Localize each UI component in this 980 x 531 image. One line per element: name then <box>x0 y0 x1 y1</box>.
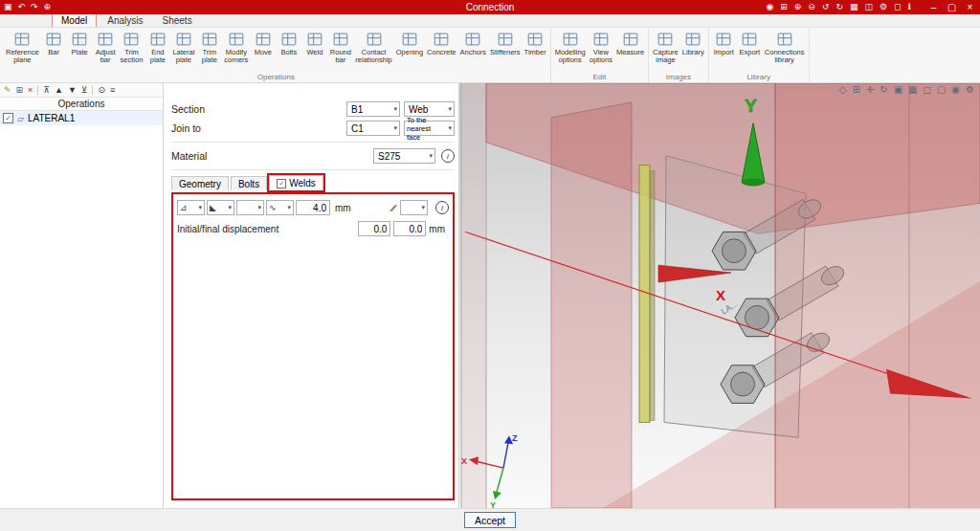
stiffeners-icon <box>496 29 515 49</box>
search-icon[interactable]: ⊙ <box>98 86 105 95</box>
ribbon-item-library[interactable]: Library <box>680 29 706 56</box>
settings-icon[interactable]: ⚙ <box>880 3 887 11</box>
edit-icon[interactable]: ✎ <box>4 86 11 95</box>
ribbon-item-import[interactable]: Import <box>711 29 737 56</box>
move-bottom-icon[interactable]: ⊻ <box>81 86 88 95</box>
ribbon-tab-analysis[interactable]: Analysis <box>99 14 151 27</box>
weld-related-select[interactable]: ▾ <box>400 200 428 215</box>
zoom-icon[interactable]: ⊕ <box>44 3 52 11</box>
layout-icon[interactable]: ◫ <box>865 3 874 11</box>
view-options-icon <box>591 29 611 49</box>
ribbon-item-bar[interactable]: Bar <box>41 29 67 56</box>
ribbon-tab-model[interactable]: Model <box>52 13 97 27</box>
material-select[interactable]: S275 ▾ <box>373 148 435 164</box>
visibility-icon[interactable]: ◉ <box>951 85 960 95</box>
zoom-out-icon[interactable]: ⊖ <box>808 3 815 11</box>
ribbon-item-move[interactable]: Move <box>250 29 276 56</box>
lateral1-checkbox[interactable]: ✓ <box>3 113 13 123</box>
ribbon-item-concrete[interactable]: Concrete <box>425 29 457 56</box>
ribbon-item-trim-plate[interactable]: Trim plate <box>196 29 222 64</box>
secondary-column-member[interactable] <box>461 83 486 508</box>
tab-bolts[interactable]: Bolts <box>231 176 267 190</box>
move-top-icon[interactable]: ⊼ <box>43 86 50 95</box>
undo-icon[interactable]: ↶ <box>18 3 26 11</box>
delete-icon[interactable]: × <box>28 86 33 95</box>
transparent-view-icon[interactable]: ◻ <box>924 85 931 95</box>
ribbon-item-round-bar[interactable]: Round bar <box>327 29 353 64</box>
rotate-right-icon[interactable]: ↻ <box>835 3 843 11</box>
ribbon-group-operations: Reference planeBarPlateAdjust barTrim se… <box>2 28 551 82</box>
ribbon-item-stiffeners[interactable]: Stiffeners <box>488 29 523 56</box>
solid-view-icon[interactable]: ▦ <box>908 85 917 95</box>
ribbon-item-reference-plane[interactable]: Reference plane <box>4 29 41 64</box>
redo-icon[interactable]: ↷ <box>31 3 38 11</box>
ribbon-item-plate[interactable]: Plate <box>67 29 93 56</box>
rotate-view-icon[interactable]: ↻ <box>880 85 887 95</box>
rotate-left-icon[interactable]: ↺ <box>822 3 830 11</box>
3d-viewport[interactable]: X Y LA... X Z Y <box>459 83 980 508</box>
move-down-icon[interactable]: ▼ <box>68 86 77 95</box>
wireframe-view-icon[interactable]: ▢ <box>937 85 946 95</box>
ribbon-item-end-plate[interactable]: End plate <box>145 29 170 64</box>
ribbon-item-anchors[interactable]: Anchors <box>458 29 489 56</box>
move-up-icon[interactable]: ▲ <box>55 86 63 95</box>
save-icon[interactable]: ▣ <box>4 3 12 11</box>
ribbon-item-export[interactable]: Export <box>737 29 763 56</box>
view-settings-icon[interactable]: ⚙ <box>966 85 974 95</box>
displacement-end-input[interactable] <box>393 221 426 236</box>
lateral-plate-member[interactable] <box>639 166 655 423</box>
ribbon-tab-sheets[interactable]: Sheets <box>154 14 201 27</box>
help-icon[interactable]: ℹ <box>908 3 911 11</box>
material-info-icon[interactable]: i <box>441 149 455 163</box>
weld-side-select[interactable]: ◣▾ <box>207 200 234 215</box>
join-to-face-select[interactable]: To the nearest face ▾ <box>404 121 455 136</box>
close-button[interactable]: × <box>964 3 976 12</box>
ribbon-item-timber[interactable]: Timber <box>523 29 548 56</box>
join-to-member-select[interactable]: C1 ▾ <box>346 121 400 136</box>
weld-shape-select[interactable]: ∿▾ <box>266 200 294 215</box>
tree-item-lateral1[interactable]: ✓▱LATERAL1 <box>0 111 163 125</box>
ribbon-item-capture-image[interactable]: Capture image <box>651 29 680 64</box>
accept-button[interactable]: Accept <box>464 512 516 528</box>
zoom-fit-icon[interactable]: ⊞ <box>852 85 859 95</box>
tab-geometry[interactable]: Geometry <box>171 176 229 190</box>
ribbon-item-contact-relationship[interactable]: Contact relationship <box>353 29 393 64</box>
weld-continuity-icon[interactable]: ∕∕ <box>392 203 395 213</box>
front-view-icon[interactable]: ▣ <box>894 85 902 95</box>
front-member-overlay[interactable] <box>775 83 980 508</box>
pan-icon[interactable]: ✛ <box>866 85 874 95</box>
ribbon-item-opening[interactable]: Opening <box>394 29 425 56</box>
ribbon-item-view-options[interactable]: View options <box>588 29 614 64</box>
ribbon-item-adjust-bar[interactable]: Adjust bar <box>93 29 119 64</box>
maximize-button[interactable]: ▢ <box>946 3 958 12</box>
displacement-start-input[interactable] <box>358 221 390 236</box>
copy-icon[interactable]: ⊞ <box>16 86 24 95</box>
column-member[interactable] <box>551 102 632 508</box>
user-icon[interactable]: ◉ <box>766 3 773 11</box>
minimize-button[interactable]: – <box>927 3 940 12</box>
grid-icon[interactable]: ▦ <box>850 3 858 11</box>
ribbon-item-connections-library[interactable]: Connections library <box>763 29 807 64</box>
ribbon-item-modify-corners[interactable]: Modify corners <box>222 29 250 64</box>
zoom-window-icon[interactable]: ⊞ <box>780 3 788 11</box>
weld-type-select[interactable]: ⊿▾ <box>177 200 205 215</box>
screen-icon[interactable]: ◻ <box>894 3 901 11</box>
plate-icon <box>70 29 89 49</box>
zoom-in-icon[interactable]: ⊕ <box>794 3 802 11</box>
ribbon-item-modelling-options[interactable]: Modelling options <box>553 29 588 64</box>
weld-size-input[interactable] <box>296 200 330 215</box>
weld-info-icon[interactable]: i <box>435 201 449 214</box>
adjust-bar-icon <box>96 29 115 49</box>
weld-material-select[interactable]: ▾ <box>236 200 264 215</box>
filter-icon[interactable]: ≡ <box>110 86 115 95</box>
3d-scene[interactable]: X Y LA... X Z Y <box>459 83 980 508</box>
ribbon-item-weld[interactable]: Weld <box>301 29 327 56</box>
ribbon-item-bolts[interactable]: Bolts <box>276 29 301 56</box>
ribbon-item-trim-section[interactable]: Trim section <box>119 29 145 64</box>
section-member-select[interactable]: B1 ▾ <box>346 101 400 117</box>
perspective-icon[interactable]: ◇ <box>839 85 847 95</box>
ribbon-item-lateral-plate[interactable]: Lateral plate <box>170 29 196 64</box>
tab-welds[interactable]: ✓Welds <box>269 175 323 190</box>
ribbon-item-measure[interactable]: Measure <box>614 29 646 56</box>
tab-welds-checkbox[interactable]: ✓ <box>277 179 286 188</box>
